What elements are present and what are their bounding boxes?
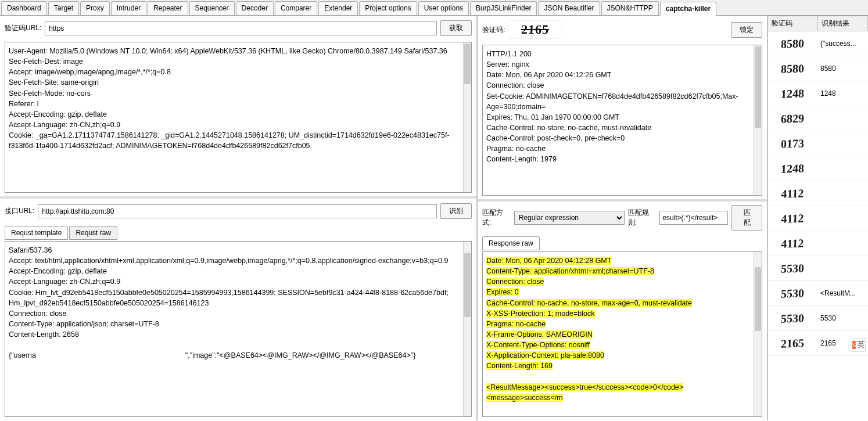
api-url-input[interactable] [38,204,437,218]
match-mode-label: 匹配方式: [482,208,511,228]
result-row[interactable]: 4112 [768,231,868,256]
result-row[interactable]: 6829 [768,106,868,131]
result-captcha-image: 5530 [768,256,817,281]
result-text [818,267,868,269]
top-tab-sequencer[interactable]: Sequencer [189,1,235,15]
result-captcha-image: 1248 [768,156,817,181]
result-text: <ResultM... [818,288,868,298]
result-row[interactable]: 85808580 [768,56,868,81]
response-raw-tab[interactable]: Response raw [482,236,540,250]
top-tab-target[interactable]: Target [48,1,79,15]
result-row[interactable]: 5530<ResultM... [768,281,868,306]
match-rule-input[interactable] [659,211,728,225]
response-raw-text[interactable]: HTTP/1.1 200 Server: nginx Date: Mon, 06… [483,45,754,195]
response-highlighted-text[interactable]: Date: Mon, 06 Apr 2020 04:12:28 GMTConte… [483,252,754,416]
scrollbar[interactable] [754,252,762,416]
result-captcha-image: 1248 [768,81,817,106]
lock-button[interactable]: 锁定 [731,22,762,38]
api-url-label: 接口URL: [5,206,34,216]
top-tab-json-beautifier[interactable]: JSON Beautifier [538,1,600,15]
ime-indicator: S英 [852,338,866,352]
result-captcha-image: 5530 [768,306,817,331]
request-tab-1[interactable]: Requst raw [69,226,117,240]
top-tab-proxy[interactable]: Proxy [80,1,110,15]
result-captcha-image: 6829 [768,106,817,131]
captcha-url-input[interactable] [45,21,437,35]
result-row[interactable]: 5530 [768,256,868,281]
top-tab-captcha-killer[interactable]: captcha-killer [660,2,716,16]
result-text [818,192,868,195]
request-tab-0[interactable]: Requst template [5,226,68,240]
top-tab-repeater[interactable]: Repeater [148,1,188,15]
results-col-result[interactable]: 识别结果 [818,16,868,31]
result-text [818,217,868,220]
result-text: {"success... [818,38,868,49]
result-text [818,242,868,244]
identify-button[interactable]: 识别 [440,203,472,219]
top-tab-json-httpp[interactable]: JSON&HTTPP [601,1,659,15]
top-tab-project-options[interactable]: Project options [359,1,417,15]
top-tab-intruder[interactable]: Intruder [111,1,146,15]
result-text [818,117,868,120]
fetch-button[interactable]: 获取 [440,20,472,36]
result-captcha-image: 4112 [768,181,817,206]
result-captcha-image: 8580 [768,31,817,56]
scrollbar[interactable] [463,42,471,192]
top-tab-burpjslinkfinder[interactable]: BurpJSLinkFinder [470,1,537,15]
top-tab-dashboard[interactable]: Dashboard [1,1,47,15]
result-text: 1248 [818,88,868,99]
result-text [818,167,868,170]
result-row[interactable]: 0173 [768,131,868,156]
match-rule-label: 匹配规则: [628,208,657,228]
captcha-url-label: 验证码URL: [5,23,41,33]
result-captcha-image: 2165 [768,331,817,356]
result-captcha-image: 8580 [768,56,817,81]
result-captcha-image: 0173 [768,131,817,156]
match-button[interactable]: 匹配 [731,205,762,231]
top-tab-comparer[interactable]: Comparer [275,1,317,15]
result-row[interactable]: 4112 [768,181,868,206]
result-row[interactable]: 1248 [768,156,868,181]
scrollbar[interactable] [463,242,471,416]
result-row[interactable]: 8580{"success... [768,31,868,56]
result-row[interactable]: 4112 [768,206,868,231]
captcha-display-label: 验证码: [482,25,505,35]
top-tab-user-options[interactable]: User options [418,1,469,15]
result-captcha-image: 5530 [768,281,817,306]
top-tab-decoder[interactable]: Decoder [236,1,274,15]
request-headers-text[interactable]: User-Agent: Mozilla/5.0 (Windows NT 10.0… [5,42,463,192]
request-template-text[interactable]: Safari/537.36 Accept: text/html,applicat… [5,242,463,416]
captcha-image: 2165 [508,20,562,39]
result-text [818,142,868,145]
match-mode-select[interactable]: Regular expression [514,211,625,225]
result-text: 8580 [818,63,868,74]
scrollbar[interactable] [754,45,762,195]
results-col-captcha[interactable]: 验证码 [768,16,818,31]
result-row[interactable]: 55305530 [768,306,868,331]
top-tab-extender[interactable]: Extender [318,1,358,15]
result-captcha-image: 4112 [768,206,817,231]
result-text: 5530 [818,313,868,323]
result-row[interactable]: 12481248 [768,81,868,106]
result-captcha-image: 4112 [768,231,817,256]
